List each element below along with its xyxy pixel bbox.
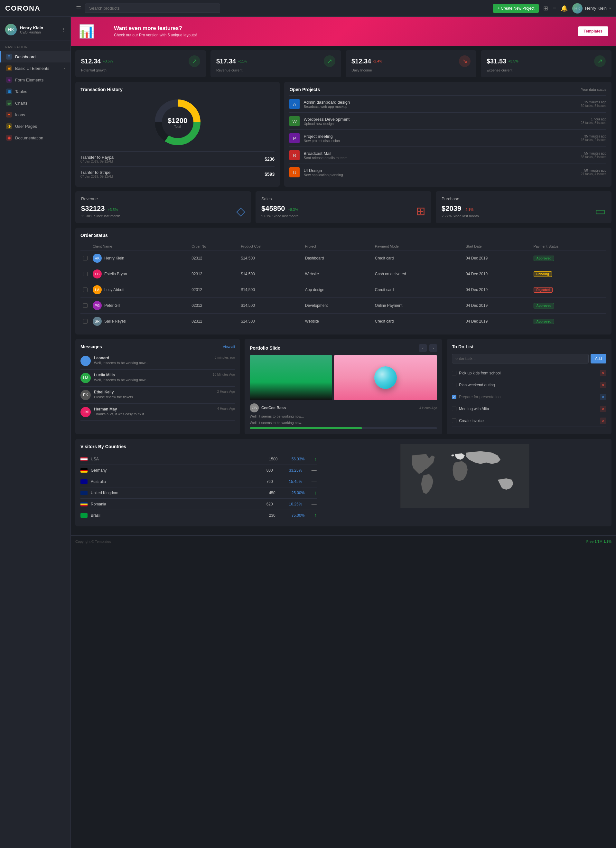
stat-value-3: $31.53 <box>487 58 506 65</box>
status-badge-1: Pending <box>534 271 552 277</box>
visitor-row-5: Brasil 230 75.00% ↑ <box>80 510 317 521</box>
tx-amount-0: $236 <box>265 156 274 162</box>
proj-item-1: W Wordpress Development Upload new desig… <box>289 113 606 129</box>
sidebar-item-dashboard[interactable]: ⊞ Dashboard <box>0 51 71 62</box>
menu-icon[interactable]: ☰ <box>76 5 81 12</box>
msg-item-2: EK Ethel Kelly Please review the tickets… <box>80 387 235 404</box>
visitors-card: Visitors By Countries USA 1500 56.33% ↑ … <box>75 439 612 526</box>
col-date: Start Date <box>463 242 531 251</box>
todo-checkbox-4[interactable] <box>452 418 456 423</box>
row-checkbox-2[interactable] <box>83 288 87 292</box>
main-layout: HK Henry Klein CEO Hashan ⋮ Navigation ⊞… <box>0 17 616 848</box>
sidebar-item-charts[interactable]: ◎ Charts <box>0 97 71 109</box>
visitors-title: Visitors By Countries <box>80 444 317 449</box>
portfolio-progress-inner <box>250 427 362 429</box>
user-cell-0: HKHenry Klein <box>93 254 187 263</box>
row-checkbox-1[interactable] <box>83 272 87 276</box>
mid-row: Transaction History $1200 Total <box>71 77 616 187</box>
flag-romania <box>80 502 87 506</box>
messages-view-all[interactable]: View all <box>223 345 235 349</box>
msg-item-0: L Leonard Well, it seems to be working n… <box>80 353 235 369</box>
todo-checkbox-1[interactable] <box>452 383 456 387</box>
msg-name-3: Herman May <box>94 407 147 411</box>
proj-details-0: Admin dashboard design Broadcast web app… <box>304 100 350 108</box>
stat-label-3: Expense current <box>487 68 606 72</box>
logo: CORONA <box>5 4 76 13</box>
todo-text-3: Meeting with Alita <box>459 407 597 411</box>
promo-title: Want even more features? <box>114 25 578 31</box>
todo-add-button[interactable]: Add <box>591 354 606 363</box>
messages-title: Messages <box>80 344 102 349</box>
sidebar-label-form: Form Elements <box>15 78 43 82</box>
sidebar-label-icons: Icons <box>15 113 25 117</box>
sidebar-item-form[interactable]: ◈ Form Elements <box>0 74 71 86</box>
bstat-sales-title: Sales <box>261 196 425 201</box>
create-project-button[interactable]: + Create New Project <box>493 4 539 13</box>
bstat-revenue-change: +3.5% <box>108 208 118 212</box>
proj-tasks-3: 35 tasks, 5 issues <box>581 155 606 159</box>
stat-change-2: -2.4% <box>373 59 382 63</box>
proj-details-4: UI Design New application planning <box>304 168 343 177</box>
todo-item-4: Create invoice × <box>452 415 606 427</box>
row-checkbox-0[interactable] <box>83 256 87 261</box>
portfolio-prev-button[interactable]: ‹ <box>419 344 427 352</box>
portfolio-next-button[interactable]: › <box>429 344 437 352</box>
sidebar-item-documentation[interactable]: ◉ Documentation <box>0 132 71 144</box>
sidebar-item-tables[interactable]: ▦ Tables <box>0 86 71 97</box>
sidebar-user-name: Henry Klein <box>20 25 43 30</box>
portfolio-nav: ‹ › <box>419 344 437 352</box>
proj-item-4: U UI Design New application planning 50 … <box>289 163 606 181</box>
proj-name-3: Broadcast Mail <box>304 151 347 156</box>
sidebar-user-menu-icon[interactable]: ⋮ <box>61 27 65 32</box>
sidebar-item-icons[interactable]: ✦ Icons <box>0 109 71 120</box>
cost-2: $14,500 <box>238 282 302 298</box>
pct-3: 25.00% <box>292 491 311 495</box>
proj-meta-2: 35 minutes ago 15 tasks, 2 issues <box>581 135 606 142</box>
todo-delete-0[interactable]: × <box>600 370 606 377</box>
page-footer: Copyright © Templates Free 1/1M 1/1% <box>71 535 616 547</box>
portfolio-comment-text: Well, it seems to be working now... <box>250 414 437 418</box>
todo-text-2: Prepare for presentation <box>459 395 597 399</box>
sidebar-item-basic-ui[interactable]: ▣ Basic UI Elements ▸ <box>0 62 71 74</box>
todo-delete-4[interactable]: × <box>600 418 606 424</box>
todo-checkbox-2[interactable]: ✓ <box>452 395 456 399</box>
country-3: United Kingdom <box>91 491 266 495</box>
list-view-icon[interactable]: ≡ <box>552 5 556 12</box>
user-menu[interactable]: HK Henry Klein ▾ <box>572 3 611 13</box>
todo-delete-3[interactable]: × <box>600 406 606 412</box>
stat-label-1: Revenue current <box>216 68 335 72</box>
chevron-right-icon: ▸ <box>64 67 65 70</box>
portfolio-card: Portfolio Slide ‹ › CB CeeCee Bass <box>244 339 442 434</box>
order-section: Order Status Client Name Order No Produc… <box>71 223 616 335</box>
topbar: CORONA ☰ + Create New Project ⊞ ≡ 🔔 HK H… <box>0 0 616 17</box>
user-avatar-0: HK <box>93 254 102 263</box>
stat-value-1: $17.34 <box>216 58 236 65</box>
col-status: Payment Status <box>531 242 607 251</box>
stat-card-0: $12.34 +3.5% ↗ Potential growth <box>75 50 206 77</box>
templates-button[interactable]: Templates <box>578 27 608 36</box>
msg-item-3: HM Herman May Thanks a lot, it was easy … <box>80 404 235 421</box>
todo-delete-1[interactable]: × <box>600 382 606 388</box>
messages-card: Messages View all L Leonard Well, it see… <box>75 339 240 434</box>
todo-checkbox-0[interactable] <box>452 371 456 375</box>
flag-uk <box>80 491 87 495</box>
open-projects-card: Open Projects Your data status A Admin d… <box>284 82 612 187</box>
todo-input[interactable] <box>452 354 589 363</box>
search-input[interactable] <box>85 3 220 13</box>
sidebar-label-documentation: Documentation <box>15 136 43 140</box>
nav-label: Navigation <box>0 41 71 51</box>
todo-delete-2[interactable]: × <box>600 394 606 400</box>
todo-checkbox-3[interactable] <box>452 407 456 411</box>
sidebar-label-dashboard: Dashboard <box>15 55 36 59</box>
grid-view-icon[interactable]: ⊞ <box>543 5 548 12</box>
sidebar-item-user-pages[interactable]: ◑ User Pages <box>0 120 71 132</box>
tx-amount-1: $593 <box>265 172 274 177</box>
notification-icon[interactable]: 🔔 <box>561 5 568 12</box>
row-checkbox-3[interactable] <box>83 303 87 308</box>
pct-2: 15.45% <box>289 479 308 484</box>
proj-time-3: 55 minutes ago <box>581 152 606 155</box>
project-3: Development <box>302 298 372 314</box>
visitor-row-0: USA 1500 56.33% ↑ <box>80 454 317 465</box>
row-checkbox-4[interactable] <box>83 319 87 323</box>
cost-3: $14,500 <box>238 298 302 314</box>
